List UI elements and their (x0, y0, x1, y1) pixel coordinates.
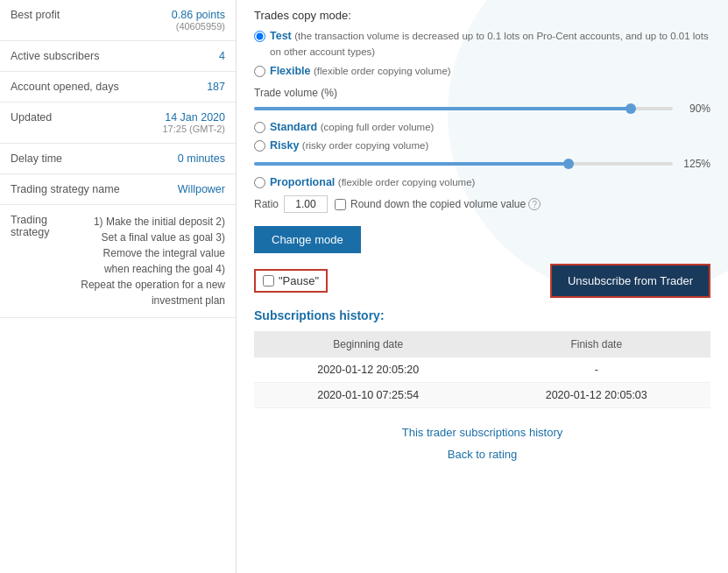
ratio-label: Ratio (254, 198, 279, 210)
pause-unsubscribe-row: "Pause" Unsubscribe from Trader (254, 264, 710, 298)
flexible-label: Flexible (flexible order copying volume) (270, 64, 451, 80)
slider2-track (254, 162, 673, 166)
strategy-name-row: Trading strategy name Willpower (0, 174, 236, 205)
flexible-radio[interactable] (254, 66, 265, 77)
delay-time-value: 0 minutes (178, 152, 225, 165)
finish-date-cell: - (483, 357, 711, 383)
proportional-label: Proportional (flexible order copying vol… (270, 175, 475, 191)
finish-date-cell: 2020-01-12 20:05:03 (483, 383, 711, 408)
account-opened-label: Account opened, days (11, 81, 119, 93)
beginning-date-header: Beginning date (254, 331, 483, 357)
slider1-thumb[interactable] (626, 103, 636, 114)
active-subscribers-value: 4 (219, 50, 225, 62)
round-down-label: Round down the copied volume value (350, 198, 526, 210)
slider2-container[interactable] (254, 162, 673, 166)
pause-label: "Pause" (279, 274, 319, 287)
proportional-radio[interactable] (254, 177, 265, 188)
subscriptions-table: Beginning date Finish date 2020-01-12 20… (254, 331, 710, 408)
round-down-checkbox[interactable] (335, 199, 346, 210)
updated-row: Updated 14 Jan 2020 17:25 (GMT-2) (0, 103, 236, 144)
begin-date-cell: 2020-01-12 20:05:20 (254, 357, 483, 383)
best-profit-value: 0.86 points (40605959) (172, 9, 225, 32)
right-content: Trades copy mode: Test (the transaction … (254, 9, 710, 461)
copy-mode-radio-group: Test (the transaction volume is decrease… (254, 29, 710, 80)
begin-date-cell: 2020-01-10 07:25:54 (254, 383, 483, 408)
trades-copy-mode-title: Trades copy mode: (254, 9, 710, 22)
active-subscribers-label: Active subscribers (11, 50, 99, 62)
slider2-value: 125% (680, 158, 710, 170)
table-row: 2020-01-10 07:25:542020-01-12 20:05:03 (254, 383, 710, 408)
change-mode-button[interactable]: Change mode (254, 226, 361, 253)
trading-strategy-label: Trading strategy (11, 214, 81, 308)
slider1-container[interactable] (254, 107, 673, 110)
best-profit-row: Best profit 0.86 points (40605959) (0, 0, 236, 41)
finish-date-header: Finish date (483, 331, 711, 357)
subscriptions-title: Subscriptions history: (254, 308, 710, 322)
trading-strategy-value: 1) Make the initial deposit 2) Set a fin… (81, 214, 225, 308)
slider1-track (254, 107, 673, 110)
help-icon[interactable]: ? (528, 198, 541, 210)
slider2-thumb[interactable] (563, 159, 574, 169)
risky-option[interactable]: Risky (risky order copying volume) (254, 138, 710, 154)
trader-subscriptions-history-link[interactable]: This trader subscriptions history (254, 426, 710, 439)
delay-time-row: Delay time 0 minutes (0, 144, 236, 174)
slider1-fill (254, 107, 631, 110)
risky-label: Risky (risky order copying volume) (270, 138, 428, 154)
slider1-value: 90% (680, 103, 710, 115)
active-subscribers-row: Active subscribers 4 (0, 41, 236, 72)
standard-option[interactable]: Standard (coping full order volume) (254, 120, 710, 136)
trading-strategy-row: Trading strategy 1) Make the initial dep… (0, 205, 236, 318)
ratio-row: Ratio Round down the copied volume value… (254, 195, 710, 213)
standard-label: Standard (coping full order volume) (270, 120, 434, 136)
slider2-row: 125% (254, 158, 710, 170)
ratio-input[interactable] (284, 195, 328, 213)
test-option[interactable]: Test (the transaction volume is decrease… (254, 29, 710, 60)
delay-time-label: Delay time (11, 152, 62, 165)
strategy-name-label: Trading strategy name (11, 183, 120, 195)
standard-radio[interactable] (254, 122, 265, 133)
pause-wrapper[interactable]: "Pause" (254, 269, 328, 293)
back-to-rating-link[interactable]: Back to rating (254, 448, 710, 461)
slider1-row: 90% (254, 103, 710, 115)
best-profit-label: Best profit (11, 9, 60, 21)
left-panel: Best profit 0.86 points (40605959) Activ… (0, 0, 237, 573)
updated-value: 14 Jan 2020 17:25 (GMT-2) (162, 111, 225, 134)
right-panel: Trades copy mode: Test (the transaction … (237, 0, 728, 573)
pause-checkbox[interactable] (263, 275, 274, 286)
subscriptions-section: Subscriptions history: Beginning date Fi… (254, 308, 710, 408)
trade-volume-section: Trade volume (%) 90% Standard (coping (254, 87, 710, 214)
table-row: 2020-01-12 20:05:20- (254, 357, 710, 383)
trade-volume-label: Trade volume (%) (254, 87, 710, 99)
slider2-fill (254, 162, 569, 166)
strategy-name-value: Willpower (178, 183, 225, 195)
account-opened-row: Account opened, days 187 (0, 72, 236, 103)
updated-label: Updated (11, 111, 52, 124)
test-radio[interactable] (254, 31, 265, 42)
test-label: Test (the transaction volume is decrease… (270, 29, 710, 60)
account-opened-value: 187 (207, 81, 225, 93)
risky-radio[interactable] (254, 140, 265, 152)
unsubscribe-button[interactable]: Unsubscribe from Trader (550, 264, 710, 298)
proportional-option[interactable]: Proportional (flexible order copying vol… (254, 175, 710, 191)
footer-links: This trader subscriptions history Back t… (254, 426, 710, 461)
flexible-option[interactable]: Flexible (flexible order copying volume) (254, 64, 710, 80)
